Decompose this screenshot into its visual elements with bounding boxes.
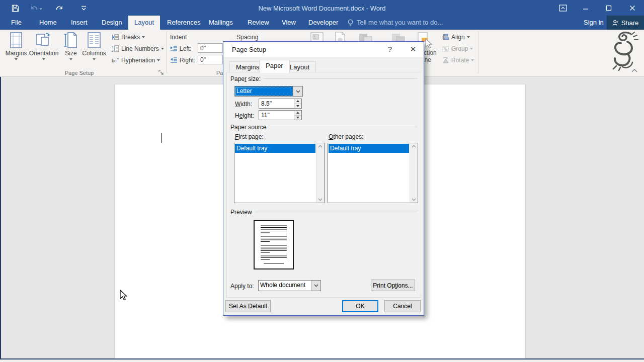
tab-references[interactable]: References xyxy=(161,16,206,30)
tab-developer[interactable]: Developer xyxy=(302,16,344,30)
align-button[interactable]: Align xyxy=(442,33,470,41)
dialog-title-bar[interactable]: Page Setup ? ✕ xyxy=(223,42,424,57)
tab-file[interactable]: File xyxy=(5,16,28,30)
margins-label: Margins xyxy=(6,50,27,57)
align-label: Align xyxy=(451,34,465,41)
tab-insert[interactable]: Insert xyxy=(65,16,94,30)
dialog-tab-paper[interactable]: Paper xyxy=(259,60,290,73)
apply-to-combobox[interactable]: Whole document xyxy=(258,280,321,291)
size-button[interactable]: Size xyxy=(62,32,79,60)
spin-up-button[interactable] xyxy=(294,111,301,116)
share-button[interactable]: Share xyxy=(607,16,644,30)
tell-me-box[interactable]: Tell me what you want to do... xyxy=(357,16,443,30)
sign-in-button[interactable]: Sign in xyxy=(584,16,604,30)
group-separator xyxy=(478,31,478,73)
orientation-label: Orientation xyxy=(29,50,59,57)
line-numbers-button[interactable]: 12 Line Numbers xyxy=(112,44,164,53)
paper-size-combobox[interactable]: Letter xyxy=(234,86,303,97)
indent-right-label: Right: xyxy=(180,57,195,64)
maximize-button[interactable] xyxy=(600,2,617,14)
ribbon-display-options-button[interactable] xyxy=(554,2,572,14)
breaks-button[interactable]: Breaks xyxy=(112,33,145,41)
svg-text:1: 1 xyxy=(112,46,114,49)
spin-down-button[interactable] xyxy=(294,116,301,120)
indent-right-input[interactable]: 0" xyxy=(198,55,223,64)
height-label: Height: xyxy=(235,112,254,119)
scroll-down-icon[interactable] xyxy=(318,198,323,201)
size-icon xyxy=(64,32,78,48)
page-setup-group-label: Page Setup xyxy=(53,70,106,76)
spin-up-button[interactable] xyxy=(294,99,301,104)
dialog-help-button[interactable]: ? xyxy=(384,44,395,54)
width-spinbox[interactable]: 8.5" xyxy=(259,99,302,109)
tab-review[interactable]: Review xyxy=(242,16,275,30)
height-spinbox[interactable]: 11" xyxy=(259,110,302,120)
page-setup-dialog-launcher[interactable] xyxy=(158,68,165,74)
paper-size-group-label: Paper size: xyxy=(230,75,263,82)
set-as-default-button[interactable]: Set As Default xyxy=(225,300,271,312)
ok-button[interactable]: OK xyxy=(342,300,378,312)
hyphenation-button[interactable]: bc Hyphenation xyxy=(112,56,160,64)
tab-mailings[interactable]: Mailings xyxy=(203,16,239,30)
close-button[interactable] xyxy=(624,2,641,14)
maximize-icon xyxy=(606,5,612,11)
dragon-watermark xyxy=(605,31,639,71)
share-person-icon xyxy=(612,20,619,26)
first-page-listbox[interactable]: Default tray xyxy=(234,143,325,203)
cancel-button[interactable]: Cancel xyxy=(384,300,421,312)
group-divider xyxy=(270,127,418,127)
preview-group-label: Preview xyxy=(230,209,255,216)
collapse-ribbon-icon[interactable] xyxy=(631,68,637,72)
indent-left-control[interactable]: Left: xyxy=(170,44,191,53)
height-value[interactable]: 11" xyxy=(259,111,294,120)
tab-design[interactable]: Design xyxy=(96,16,128,30)
indent-left-label: Left: xyxy=(180,45,191,52)
spin-down-button[interactable] xyxy=(294,104,301,109)
tab-layout[interactable]: Layout xyxy=(128,16,160,30)
indent-left-input[interactable]: 0" xyxy=(198,43,223,53)
columns-button[interactable]: Columns xyxy=(80,32,108,60)
mouse-cursor xyxy=(120,290,128,301)
svg-text:bc: bc xyxy=(112,58,117,63)
window-title: New Microsoft Word Document.docx - Word xyxy=(0,5,644,12)
scroll-up-icon[interactable] xyxy=(318,145,323,148)
chevron-down-icon xyxy=(69,58,72,60)
width-spinner xyxy=(294,99,301,108)
line-numbers-label: Line Numbers xyxy=(121,45,159,52)
scrollbar[interactable] xyxy=(410,143,418,203)
scroll-down-icon[interactable] xyxy=(412,198,416,201)
width-value[interactable]: 8.5" xyxy=(259,99,294,108)
minimize-button[interactable] xyxy=(577,2,594,14)
apply-to-value: Whole document xyxy=(259,281,311,291)
align-icon xyxy=(442,34,449,41)
tab-home[interactable]: Home xyxy=(33,16,63,30)
chevron-down-icon xyxy=(314,284,318,287)
group-divider xyxy=(256,212,418,212)
group-divider xyxy=(263,78,418,79)
chevron-down-icon xyxy=(15,58,18,60)
print-options-button[interactable]: Print Options... xyxy=(371,280,415,291)
word-window: New Microsoft Word Document.docx - Word … xyxy=(0,0,644,362)
other-pages-listbox[interactable]: Default tray xyxy=(328,143,418,203)
rotate-button[interactable]: Rotate xyxy=(442,56,474,64)
orientation-button[interactable]: Orientation xyxy=(29,32,58,60)
group-button[interactable]: Group xyxy=(442,44,473,53)
share-label: Share xyxy=(621,19,639,27)
scroll-up-icon[interactable] xyxy=(412,145,416,148)
tab-view[interactable]: View xyxy=(276,16,302,30)
margins-icon xyxy=(9,32,24,48)
apply-to-dropdown-button[interactable] xyxy=(311,281,320,291)
indent-right-control[interactable]: Right: xyxy=(170,56,195,64)
chevron-down-icon xyxy=(93,58,96,60)
list-item-default-tray[interactable]: Default tray xyxy=(235,144,315,153)
preview-page-lines xyxy=(255,221,293,268)
indent-left-icon xyxy=(170,45,178,52)
hyphenation-label: Hyphenation xyxy=(121,57,155,64)
page-setup-dialog: Page Setup ? ✕ Margins Paper Layout Pape… xyxy=(223,41,424,316)
scrollbar[interactable] xyxy=(316,143,324,203)
dialog-close-button[interactable]: ✕ xyxy=(408,44,419,54)
margins-button[interactable]: Margins xyxy=(5,32,27,60)
list-item-default-tray[interactable]: Default tray xyxy=(329,144,409,153)
paper-size-dropdown-button[interactable] xyxy=(293,86,302,96)
title-bar: New Microsoft Word Document.docx - Word xyxy=(0,0,644,16)
